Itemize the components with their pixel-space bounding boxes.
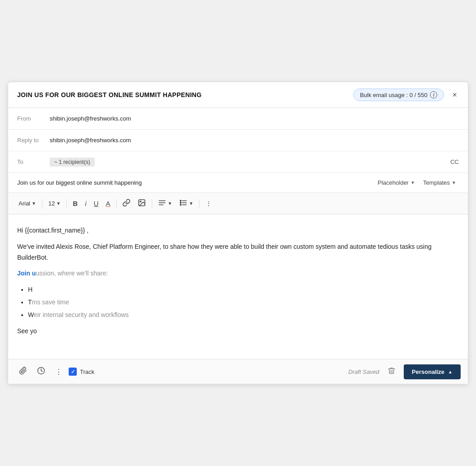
placeholder-arrow-icon: ▼ — [411, 180, 415, 185]
font-name-label: Arial — [19, 200, 30, 207]
more-options-icon: ⋮ — [205, 200, 212, 207]
to-field-row: To ~ 1 recipient(s) CC — [8, 151, 468, 173]
cc-button[interactable]: CC — [450, 158, 459, 165]
close-button[interactable]: × — [450, 90, 459, 100]
templates-label: Templates — [423, 179, 450, 186]
delete-draft-button[interactable] — [385, 365, 398, 378]
list-arrow-icon: ▼ — [189, 201, 193, 206]
list-button[interactable]: ▼ — [176, 196, 196, 210]
more-footer-button[interactable]: ⋮ — [51, 365, 66, 379]
reply-to-label: Reply to — [17, 137, 50, 144]
editor-toolbar: Arial ▼ 12 ▼ B i U A — [8, 193, 468, 214]
toolbar-sep-2 — [66, 199, 67, 208]
font-size-button[interactable]: 12 ▼ — [45, 198, 64, 209]
placeholder-label: Placeholder — [378, 179, 409, 186]
bulk-usage-text: Bulk email usage : 0 / 550 — [360, 92, 428, 98]
underline-icon: U — [93, 200, 98, 207]
track-label: Track — [80, 368, 94, 375]
link-discussion-text: Join uussion, where we'll share: — [17, 268, 459, 279]
svg-point-9 — [180, 202, 181, 203]
subject-actions: Placeholder ▼ Templates ▼ — [375, 177, 459, 188]
toolbar-sep-3 — [116, 199, 117, 208]
email-body: Hi {{contact.first_name}} , We've invite… — [8, 214, 468, 359]
align-arrow-icon: ▼ — [168, 201, 172, 206]
from-field-row: From shibin.joseph@freshworks.com — [8, 108, 468, 130]
link-icon — [122, 199, 131, 208]
subject-text: Join us for our biggest online summit ha… — [17, 179, 370, 186]
svg-point-8 — [180, 200, 181, 201]
composer-title: JOIN US FOR OUR BIGGEST ONLINE SUMMIT HA… — [17, 91, 201, 98]
font-name-button[interactable]: Arial ▼ — [15, 198, 39, 209]
join-link[interactable]: Join u — [17, 270, 36, 277]
toolbar-sep-1 — [42, 199, 42, 208]
link-button[interactable] — [119, 196, 134, 210]
paragraph1-text: We've invited Alexis Rose, Chief Platfor… — [17, 242, 459, 263]
font-name-group: Arial ▼ — [15, 198, 39, 209]
email-composer: JOIN US FOR OUR BIGGEST ONLINE SUMMIT HA… — [8, 82, 468, 384]
font-name-arrow-icon: ▼ — [32, 201, 36, 206]
track-wrap: ✓ Track — [69, 368, 94, 376]
more-footer-icon: ⋮ — [55, 368, 62, 376]
greeting-text: Hi {{contact.first_name}} , — [17, 225, 459, 236]
personalize-button[interactable]: Personalize ▲ — [404, 364, 461, 379]
image-icon — [138, 199, 146, 208]
toolbar-sep-5 — [199, 199, 200, 208]
check-icon: ✓ — [71, 369, 75, 375]
image-button[interactable] — [135, 196, 149, 210]
font-size-label: 12 — [48, 200, 55, 207]
bold-icon: B — [73, 200, 78, 207]
align-button[interactable]: ▼ — [155, 196, 175, 210]
reply-to-value: shibin.joseph@freshworks.com — [50, 137, 131, 144]
more-options-button[interactable]: ⋮ — [202, 198, 215, 210]
recipient-tag[interactable]: ~ 1 recipient(s) — [50, 158, 95, 167]
text-color-icon: A — [106, 200, 110, 207]
draft-saved-text: Draft Saved — [348, 368, 379, 375]
svg-point-10 — [180, 204, 181, 205]
info-icon[interactable]: i — [430, 91, 437, 98]
bullet-item-1: H — [28, 284, 459, 295]
svg-point-1 — [140, 201, 141, 202]
bullet-item-3: Weir internal security and workflows — [28, 310, 459, 321]
from-value: shibin.joseph@freshworks.com — [50, 115, 131, 122]
templates-arrow-icon: ▼ — [452, 180, 456, 185]
underline-button[interactable]: U — [90, 197, 102, 210]
text-color-button[interactable]: A — [103, 197, 113, 210]
from-label: From — [17, 115, 50, 122]
italic-button[interactable]: i — [82, 197, 89, 210]
bulk-usage-badge: Bulk email usage : 0 / 550 i — [353, 89, 444, 101]
personalize-arrow-icon: ▲ — [448, 369, 453, 374]
see-you-text: See yo — [17, 326, 459, 337]
track-checkbox[interactable]: ✓ — [69, 368, 77, 376]
toolbar-sep-4 — [152, 199, 152, 208]
attachment-button[interactable] — [15, 364, 31, 379]
personalize-label: Personalize — [412, 368, 444, 375]
subject-row: Join us for our biggest online summit ha… — [8, 173, 468, 193]
list-icon — [179, 199, 187, 208]
composer-header: JOIN US FOR OUR BIGGEST ONLINE SUMMIT HA… — [8, 82, 468, 108]
font-size-arrow-icon: ▼ — [56, 201, 61, 206]
bullet-list: H Tms save time Weir internal security a… — [17, 284, 459, 320]
discussion-suffix: ussion, where we'll share: — [36, 270, 108, 277]
templates-dropdown[interactable]: Templates ▼ — [420, 177, 459, 188]
font-size-group: 12 ▼ — [45, 198, 64, 209]
reply-to-field-row: Reply to shibin.joseph@freshworks.com — [8, 130, 468, 151]
align-icon — [158, 199, 166, 208]
to-label: To — [17, 158, 50, 165]
schedule-icon-button[interactable] — [33, 364, 49, 379]
bold-button[interactable]: B — [70, 197, 81, 210]
bullet-item-2: Tms save time — [28, 297, 459, 308]
composer-footer: ⋮ ✓ Track Draft Saved Personalize ▲ — [8, 359, 468, 384]
recipient-input[interactable] — [98, 158, 451, 165]
header-right: Bulk email usage : 0 / 550 i × — [353, 89, 459, 101]
placeholder-dropdown[interactable]: Placeholder ▼ — [375, 177, 418, 188]
italic-icon: i — [85, 200, 86, 207]
footer-right: Draft Saved Personalize ▲ — [348, 364, 461, 379]
